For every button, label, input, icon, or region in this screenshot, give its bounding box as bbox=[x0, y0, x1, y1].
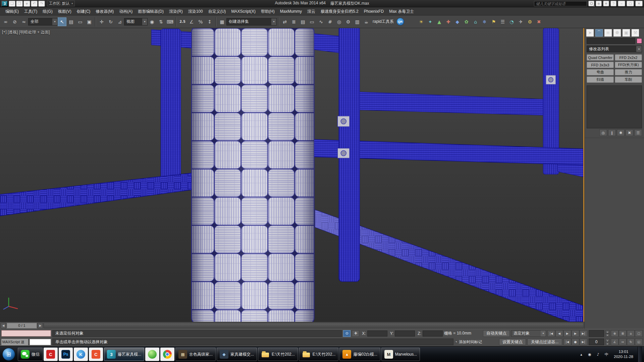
mirror-icon[interactable]: ⇄ bbox=[280, 17, 289, 26]
taskbar-photoshop[interactable]: Ps bbox=[59, 348, 73, 361]
spinner-down-icon[interactable]: ▾ bbox=[605, 334, 609, 337]
taskbar-app-c-orange[interactable]: C bbox=[89, 348, 103, 361]
previous-frame-icon[interactable]: ◀ bbox=[555, 330, 563, 337]
taskbar-app-c-red[interactable]: C bbox=[44, 348, 58, 361]
snap-toggle-25-icon[interactable]: 2.5 bbox=[178, 17, 187, 26]
select-and-scale-icon[interactable]: ⊿ bbox=[115, 17, 124, 26]
menu-item[interactable]: 渲染100 bbox=[185, 7, 206, 15]
maximize-viewport-icon[interactable]: ◱ bbox=[635, 339, 643, 345]
maxscript-listener-field[interactable] bbox=[30, 339, 51, 345]
tab-hierarchy[interactable]: ≡ bbox=[604, 29, 612, 37]
plugin-icon-7[interactable]: ⌂ bbox=[471, 17, 480, 26]
tray-volume-icon[interactable]: ♪ bbox=[595, 351, 601, 357]
select-object-icon[interactable]: ↖ bbox=[58, 17, 66, 26]
menu-item[interactable]: 动画(A) bbox=[116, 7, 135, 15]
plugin-icon-8[interactable]: ❄ bbox=[480, 17, 489, 26]
menu-item[interactable]: 组(G) bbox=[40, 7, 55, 15]
absolute-mode-toggle[interactable]: ✚ bbox=[352, 330, 359, 337]
taskbar-explorer-2[interactable]: E:\天竹202... bbox=[299, 348, 339, 361]
menu-item[interactable]: 自定义(U) bbox=[206, 7, 229, 15]
keyboard-override-icon[interactable]: ⌨ bbox=[166, 17, 174, 26]
qr-tool-button[interactable]: QR bbox=[396, 18, 404, 25]
x-coordinate-field[interactable] bbox=[367, 330, 387, 337]
material-editor-icon[interactable]: ◎ bbox=[335, 17, 343, 26]
workspace-selector[interactable]: 工作区: 默认 ▾ bbox=[47, 1, 75, 6]
remove-modifier-icon[interactable]: ✖ bbox=[626, 129, 633, 136]
go-to-end-icon[interactable]: ▶| bbox=[580, 330, 587, 337]
angle-snap-icon[interactable]: ∠ bbox=[187, 17, 196, 26]
viewport-menu-general[interactable]: [+] bbox=[2, 29, 7, 35]
maximize-icon[interactable]: ▢ bbox=[627, 1, 634, 6]
plugin-icon-9[interactable]: ⚑ bbox=[489, 17, 498, 26]
communication-center-icon[interactable]: ◈ bbox=[596, 1, 602, 6]
menu-item[interactable]: MAXScript(X) bbox=[228, 7, 258, 15]
modifier-preset-button[interactable]: 弯曲 bbox=[587, 69, 614, 75]
plugin-icon-11[interactable]: ◔ bbox=[507, 17, 516, 26]
frame-spinner[interactable]: ▴ ▾ bbox=[605, 330, 609, 337]
field-of-view-icon[interactable]: ∠ bbox=[611, 339, 619, 345]
tab-utilities[interactable]: ⚒ bbox=[632, 29, 639, 37]
modifier-preset-button[interactable]: 车削 bbox=[615, 76, 642, 83]
pin-stack-icon[interactable]: ◎ bbox=[599, 129, 607, 136]
plugin-icon-2[interactable]: ✦ bbox=[426, 17, 435, 26]
zoom-region-icon[interactable]: ▢ bbox=[635, 330, 643, 337]
make-unique-icon[interactable]: ✱ bbox=[617, 129, 625, 136]
rendered-frame-window-icon[interactable]: ▥ bbox=[353, 17, 362, 26]
modifier-preset-button[interactable]: FFD(长方体) bbox=[615, 62, 642, 68]
menu-item[interactable]: 图形编辑器(D) bbox=[135, 7, 166, 15]
hidden-icons-button[interactable]: ▴ bbox=[578, 351, 584, 357]
ribbon-toggle-icon[interactable]: ▭ bbox=[308, 17, 316, 26]
selection-filter-dropdown[interactable]: 全部 ▾ bbox=[28, 18, 58, 25]
render-setup-icon[interactable]: ⚙ bbox=[344, 17, 353, 26]
tab-display[interactable]: ▣ bbox=[623, 29, 630, 37]
add-time-tag[interactable]: ◔ 添加时间标记 bbox=[455, 340, 498, 345]
select-by-name-icon[interactable]: ▤ bbox=[67, 17, 75, 26]
perspective-viewport[interactable]: [+] [透视] [明暗处理 + 边面] bbox=[0, 28, 584, 322]
modifier-preset-button[interactable]: Quad Chamfer bbox=[587, 54, 614, 61]
show-desktop-button[interactable] bbox=[638, 347, 642, 362]
go-to-start-icon[interactable]: |◀ bbox=[547, 330, 555, 337]
ime-indicator[interactable]: 中 bbox=[603, 351, 609, 357]
search-icon[interactable] bbox=[588, 1, 594, 6]
set-key-button[interactable]: 设置关键点 bbox=[499, 339, 526, 345]
viewport-menu-pov[interactable]: [透视] bbox=[8, 29, 18, 35]
zoom-all-icon[interactable]: ⊞ bbox=[619, 330, 627, 337]
favorites-icon[interactable]: ★ bbox=[603, 1, 609, 6]
menu-item[interactable]: 渲云 bbox=[305, 7, 318, 15]
modifier-preset-button[interactable]: 推力 bbox=[615, 69, 642, 75]
frame-post-near-right[interactable] bbox=[337, 28, 360, 282]
taskbar-clock[interactable]: 13:01 2020-11-28 bbox=[614, 349, 633, 359]
zoom-extents-icon[interactable]: ⌂ bbox=[627, 330, 635, 337]
orbit-icon[interactable]: ↻ bbox=[627, 339, 635, 345]
save-icon[interactable]: ▼ bbox=[23, 1, 30, 7]
menu-item[interactable]: 创建(C) bbox=[74, 7, 93, 15]
menu-item[interactable]: MaxMummy bbox=[277, 7, 305, 15]
taskbar-window-jiajujianmo[interactable]: ◆ 家具建模交... bbox=[217, 348, 257, 361]
woven-column[interactable] bbox=[192, 28, 314, 322]
plugin-icon-5[interactable]: ◆ bbox=[453, 17, 462, 26]
track-bar-timeline[interactable] bbox=[44, 323, 584, 328]
unlink-selection-icon[interactable]: ⊘ bbox=[10, 17, 19, 26]
selection-lock-toggle[interactable]: ⊙ bbox=[343, 330, 351, 337]
use-pivot-center-icon[interactable]: ◉ bbox=[148, 17, 156, 26]
menu-item[interactable]: PhoenixFD bbox=[361, 7, 386, 15]
plugin-icon-12[interactable]: ✈ bbox=[517, 17, 525, 26]
spinner-down-icon[interactable]: ▾ bbox=[605, 342, 609, 345]
tab-motion[interactable]: ☸ bbox=[613, 29, 621, 37]
pan-icon[interactable]: ↔ bbox=[619, 339, 627, 345]
percent-snap-icon[interactable]: % bbox=[196, 17, 205, 26]
taskbar-marvelous[interactable]: M Marvelous... bbox=[381, 348, 420, 361]
key-filters-button[interactable]: 关键点过滤器... bbox=[527, 339, 562, 345]
plugin-icon-3[interactable]: ▲ bbox=[435, 17, 444, 26]
menu-item[interactable]: 编辑(E) bbox=[3, 7, 21, 15]
frame-beam-top-center[interactable] bbox=[313, 34, 340, 53]
next-frame-arrow[interactable]: ▶ bbox=[38, 323, 43, 328]
spinner-up-icon[interactable]: ▴ bbox=[605, 339, 609, 342]
new-file-icon[interactable]: ❏ bbox=[9, 1, 15, 7]
spinner-up-icon[interactable]: ▴ bbox=[605, 330, 609, 334]
plugin-icon-10[interactable]: ☰ bbox=[498, 17, 507, 26]
menu-item[interactable]: 帮助(H) bbox=[258, 7, 277, 15]
app-logo-icon[interactable]: 3 bbox=[1, 1, 8, 7]
frame-spinner-2[interactable]: ▴ ▾ bbox=[605, 339, 609, 345]
menu-item[interactable]: 极速瘦身安全归档5.2 bbox=[318, 7, 361, 15]
